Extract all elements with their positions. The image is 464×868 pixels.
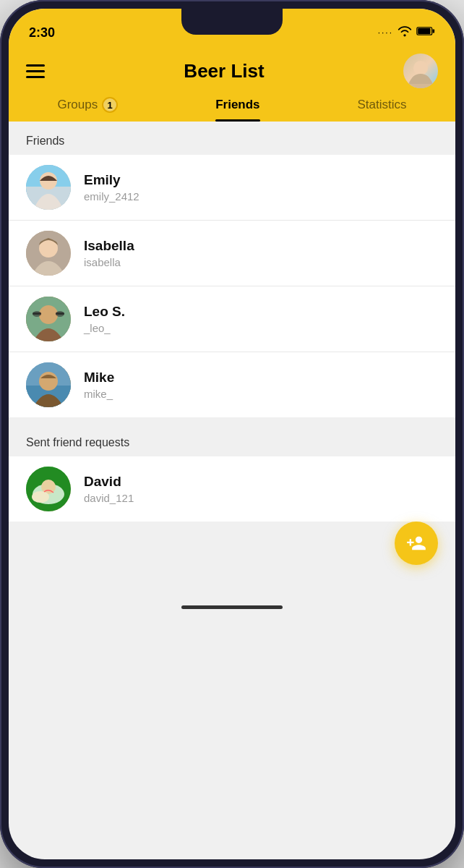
phone-screen: 2:30 ····: [9, 9, 455, 859]
friend-username-mike: mike_: [84, 388, 114, 400]
avatar-leo: [26, 297, 71, 341]
home-indicator: [9, 594, 455, 620]
svg-rect-1: [418, 28, 430, 34]
friends-section-header: Friends: [9, 122, 455, 155]
svg-point-18: [39, 372, 58, 391]
tab-groups-label: Groups: [57, 98, 98, 112]
tab-statistics[interactable]: Statistics: [358, 97, 407, 122]
friend-item-leo[interactable]: Leo S. _leo_: [9, 286, 455, 352]
svg-rect-14: [33, 312, 41, 315]
add-friend-fab[interactable]: [395, 522, 438, 565]
status-icons: ····: [378, 25, 435, 40]
tab-groups-badge: 1: [102, 97, 118, 113]
friend-item-mike[interactable]: Mike mike_: [9, 352, 455, 417]
wifi-icon: [398, 25, 412, 40]
friend-item-emily[interactable]: Emily emily_2412: [9, 155, 455, 221]
sent-requests-section-title: Sent friend requests: [26, 436, 129, 448]
svg-rect-15: [56, 312, 64, 315]
friend-info-leo: Leo S. _leo_: [84, 304, 125, 334]
friend-username-isabella: isabella: [84, 256, 134, 268]
svg-point-11: [39, 305, 58, 324]
svg-point-4: [413, 61, 428, 75]
tab-statistics-label: Statistics: [358, 98, 407, 112]
status-time: 2:30: [29, 25, 55, 41]
avatar-mike: [26, 362, 71, 407]
avatar-david: [26, 467, 71, 511]
svg-rect-2: [433, 29, 435, 33]
avatar-isabella: [26, 231, 71, 276]
tabs-bar: Groups 1 Friends Statistics: [9, 88, 455, 122]
friend-item-isabella[interactable]: Isabella isabella: [9, 221, 455, 286]
avatar-emily: [26, 165, 71, 210]
friend-info-emily: Emily emily_2412: [84, 172, 139, 203]
home-bar: [181, 605, 283, 609]
profile-avatar[interactable]: [403, 54, 438, 88]
friend-name-isabella: Isabella: [84, 238, 134, 254]
friend-name-mike: Mike: [84, 370, 114, 386]
notch: [181, 9, 283, 35]
app-title: Beer List: [184, 60, 264, 82]
signal-dots-icon: ····: [378, 27, 393, 38]
friend-item-david[interactable]: David david_121: [9, 456, 455, 522]
header: Beer List: [9, 46, 455, 88]
friends-list: Emily emily_2412 I: [9, 155, 455, 417]
friend-info-david: David david_121: [84, 474, 134, 504]
bottom-spacer: [9, 579, 455, 594]
friend-username-emily: emily_2412: [84, 190, 139, 203]
friend-name-emily: Emily: [84, 172, 139, 188]
friend-name-david: David: [84, 474, 134, 490]
tab-friends-label: Friends: [215, 98, 259, 112]
friend-info-isabella: Isabella isabella: [84, 238, 134, 268]
tab-friends[interactable]: Friends: [215, 97, 259, 122]
battery-icon: [416, 26, 435, 39]
friend-username-leo: _leo_: [84, 322, 125, 334]
friend-info-mike: Mike mike_: [84, 370, 114, 400]
friend-username-david: david_121: [84, 492, 134, 504]
friend-name-leo: Leo S.: [84, 304, 125, 320]
content-area: Friends Emily: [9, 122, 455, 594]
svg-point-22: [32, 491, 49, 503]
sent-requests-section-header: Sent friend requests: [9, 423, 455, 456]
phone-frame: 2:30 ····: [0, 0, 464, 868]
fab-container: [9, 522, 455, 579]
friends-section-title: Friends: [26, 135, 64, 147]
hamburger-menu-button[interactable]: [26, 64, 45, 78]
add-person-icon: [406, 533, 426, 553]
sent-requests-list: David david_121: [9, 456, 455, 522]
tab-groups[interactable]: Groups 1: [57, 97, 118, 122]
